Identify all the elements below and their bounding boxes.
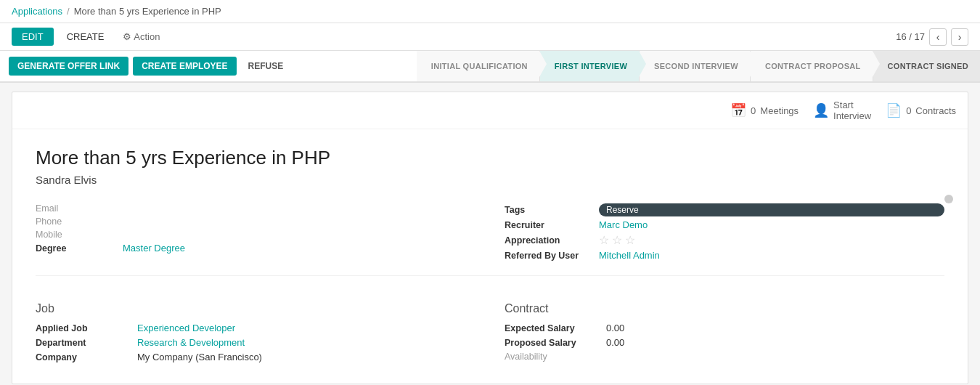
breadcrumb-parent[interactable]: Applications bbox=[12, 6, 62, 17]
mobile-field-row: Mobile bbox=[36, 230, 475, 240]
expected-salary-label: Expected Salary bbox=[505, 323, 606, 333]
job-section-title: Job bbox=[36, 302, 475, 315]
start-interview-button[interactable]: 👤 Start Interview bbox=[813, 100, 871, 121]
applied-job-row: Applied Job Experienced Developer bbox=[36, 323, 475, 333]
proposed-salary-value: 0.00 bbox=[606, 337, 944, 348]
degree-label: Degree bbox=[36, 243, 123, 254]
content-wrapper: 📅 0 Meetings 👤 Start Interview 📄 0 Contr… bbox=[0, 83, 980, 385]
department-label: Department bbox=[36, 338, 137, 348]
person-icon: 👤 bbox=[813, 102, 829, 118]
contracts-label: Contracts bbox=[915, 105, 956, 116]
company-label: Company bbox=[36, 352, 137, 362]
stages-pipeline: INITIAL QUALIFICATION FIRST INTERVIEW SE… bbox=[417, 51, 980, 81]
refuse-button[interactable]: REFUSE bbox=[241, 57, 291, 76]
job-fields: Applied Job Experienced Developer Depart… bbox=[36, 323, 475, 362]
recruiter-field-row: Recruiter Marc Demo bbox=[505, 219, 944, 230]
tags-badge[interactable]: Reserve bbox=[599, 203, 944, 216]
company-value: My Company (San Francisco) bbox=[137, 352, 475, 362]
referred-label: Referred By User bbox=[505, 251, 599, 261]
company-row: Company My Company (San Francisco) bbox=[36, 352, 475, 362]
star-1[interactable]: ☆ bbox=[599, 233, 609, 247]
star-3[interactable]: ☆ bbox=[625, 233, 635, 247]
stage-bar: GENERATE OFFER LINK CREATE EMPLOYEE REFU… bbox=[0, 51, 980, 83]
meetings-button[interactable]: 📅 0 Meetings bbox=[730, 102, 799, 118]
email-label: Email bbox=[36, 203, 123, 214]
form-content: More than 5 yrs Experience in PHP Sandra… bbox=[12, 129, 968, 384]
left-fields: Email Phone Mobile Degree Master Degree bbox=[36, 203, 475, 264]
pagination-prev[interactable]: ‹ bbox=[929, 28, 947, 46]
stage-initial-qualification[interactable]: INITIAL QUALIFICATION bbox=[417, 51, 539, 81]
department-value[interactable]: Research & Development bbox=[137, 337, 475, 348]
stage-second-interview[interactable]: SECOND INTERVIEW bbox=[639, 51, 750, 81]
breadcrumb-bar: Applications / More than 5 yrs Experienc… bbox=[0, 0, 980, 23]
availability-label: Availability bbox=[505, 352, 606, 362]
proposed-salary-row: Proposed Salary 0.00 bbox=[505, 337, 944, 348]
status-indicator bbox=[944, 195, 953, 203]
content-card: 📅 0 Meetings 👤 Start Interview 📄 0 Contr… bbox=[12, 92, 968, 384]
applied-job-label: Applied Job bbox=[36, 323, 137, 333]
record-subtitle: Sandra Elvis bbox=[36, 174, 944, 186]
chatter-bar: 📅 0 Meetings 👤 Start Interview 📄 0 Contr… bbox=[12, 92, 968, 129]
tags-label: Tags bbox=[505, 205, 599, 215]
record-title: More than 5 yrs Experience in PHP bbox=[36, 147, 944, 169]
stage-contract-signed[interactable]: CONTRACT SIGNED bbox=[873, 51, 980, 81]
recruiter-label: Recruiter bbox=[505, 220, 599, 230]
applied-job-value[interactable]: Experienced Developer bbox=[137, 323, 475, 333]
pagination-next[interactable]: › bbox=[951, 28, 968, 46]
meetings-label: Meetings bbox=[760, 105, 799, 116]
start-interview-label: Start Interview bbox=[833, 100, 871, 121]
stage-actions: GENERATE OFFER LINK CREATE EMPLOYEE REFU… bbox=[0, 51, 299, 81]
stage-contract-proposal[interactable]: CONTRACT PROPOSAL bbox=[750, 51, 873, 81]
contract-section-title: Contract bbox=[505, 302, 944, 315]
pagination-area: 16 / 17 ‹ › bbox=[896, 28, 968, 46]
appreciation-stars[interactable]: ☆ ☆ ☆ bbox=[599, 233, 944, 247]
action-bar: EDIT CREATE ⚙ Action 16 / 17 ‹ › bbox=[0, 23, 980, 51]
generate-offer-button[interactable]: GENERATE OFFER LINK bbox=[9, 57, 128, 76]
two-col-sections: Job Applied Job Experienced Developer De… bbox=[36, 288, 944, 366]
star-2[interactable]: ☆ bbox=[612, 233, 622, 247]
contracts-button[interactable]: 📄 0 Contracts bbox=[886, 102, 956, 118]
job-section: Job Applied Job Experienced Developer De… bbox=[36, 288, 475, 366]
edit-button[interactable]: EDIT bbox=[12, 28, 54, 46]
referred-value[interactable]: Mitchell Admin bbox=[599, 250, 944, 261]
create-button[interactable]: CREATE bbox=[60, 28, 112, 46]
calendar-icon: 📅 bbox=[730, 102, 746, 118]
appreciation-field-row: Appreciation ☆ ☆ ☆ bbox=[505, 233, 944, 247]
phone-label: Phone bbox=[36, 216, 123, 227]
contracts-count: 0 bbox=[906, 105, 911, 116]
recruiter-value[interactable]: Marc Demo bbox=[599, 219, 944, 230]
breadcrumb-current: More than 5 yrs Experience in PHP bbox=[74, 6, 221, 17]
expected-salary-row: Expected Salary 0.00 bbox=[505, 323, 944, 333]
create-employee-button[interactable]: CREATE EMPLOYEE bbox=[133, 57, 236, 76]
pagination-count: 16 / 17 bbox=[896, 31, 925, 42]
availability-row: Availability bbox=[505, 352, 944, 362]
action-menu[interactable]: ⚙ Action bbox=[123, 31, 160, 42]
phone-field-row: Phone bbox=[36, 216, 475, 227]
document-icon: 📄 bbox=[886, 102, 902, 118]
contract-section: Contract Expected Salary 0.00 Proposed S… bbox=[505, 288, 944, 366]
breadcrumb-separator: / bbox=[67, 6, 70, 17]
email-field-row: Email bbox=[36, 203, 475, 214]
referred-field-row: Referred By User Mitchell Admin bbox=[505, 250, 944, 261]
main-fields-row: Email Phone Mobile Degree Master Degree bbox=[36, 203, 944, 264]
right-fields: Tags Reserve Recruiter Marc Demo Appreci… bbox=[505, 203, 944, 264]
degree-value[interactable]: Master Degree bbox=[123, 243, 475, 254]
expected-salary-value: 0.00 bbox=[606, 323, 944, 333]
tags-field-row: Tags Reserve bbox=[505, 203, 944, 216]
meetings-count: 0 bbox=[751, 105, 756, 116]
contract-fields: Expected Salary 0.00 Proposed Salary 0.0… bbox=[505, 323, 944, 362]
section-divider bbox=[36, 275, 944, 276]
mobile-label: Mobile bbox=[36, 230, 123, 240]
appreciation-label: Appreciation bbox=[505, 235, 599, 246]
department-row: Department Research & Development bbox=[36, 337, 475, 348]
degree-field-row: Degree Master Degree bbox=[36, 243, 475, 254]
stage-first-interview[interactable]: FIRST INTERVIEW bbox=[539, 51, 639, 81]
proposed-salary-label: Proposed Salary bbox=[505, 338, 606, 348]
